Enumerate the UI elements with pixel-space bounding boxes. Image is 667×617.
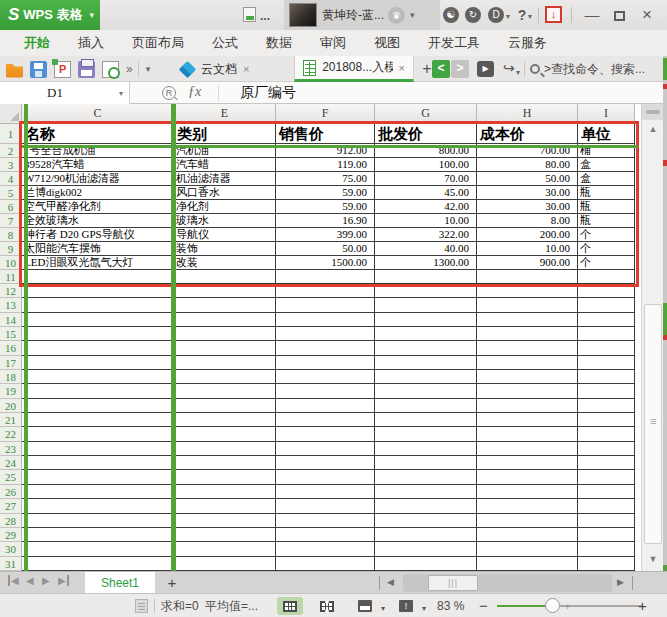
cell-C6[interactable]: 空气甲醛净化剂 [22,200,174,214]
cell-F11[interactable] [276,270,375,284]
cell-G31[interactable] [375,557,477,571]
cell-E21[interactable] [174,413,276,427]
account-panel[interactable]: 黄坤玲-蓝... ♛ ▾ [284,0,440,30]
cell-H22[interactable] [477,427,578,441]
cell-C8[interactable]: 神行者 D20 GPS导航仪 [22,228,174,242]
menu-item-视图[interactable]: 视图 [360,30,414,56]
cell-F21[interactable] [276,413,375,427]
row-header-23[interactable]: 23 [0,442,22,456]
cell-F1[interactable]: 销售价 [276,124,375,144]
print-preview-icon[interactable] [102,61,119,78]
normal-view-button[interactable] [277,597,303,615]
cell-I30[interactable] [578,542,635,556]
sync-icon[interactable]: ↻ [465,7,481,23]
row-header-3[interactable]: 3 [0,158,22,172]
column-header-C[interactable]: C [22,104,174,124]
cell-G11[interactable] [375,270,477,284]
cell-I1[interactable]: 单位 [578,124,635,144]
feedback-icon[interactable]: ☯ [443,7,459,23]
cell-G10[interactable]: 1300.00 [375,256,477,270]
cell-E22[interactable] [174,427,276,441]
cell-G4[interactable]: 70.00 [375,172,477,186]
cell-F31[interactable] [276,557,375,571]
cell-C24[interactable] [22,456,174,470]
cell-H21[interactable] [477,413,578,427]
cell-H5[interactable]: 30.00 [477,186,578,200]
cell-I5[interactable]: 瓶 [578,186,635,200]
row-header-17[interactable]: 17 [0,356,22,370]
cell-H28[interactable] [477,514,578,528]
sheet-tab-sheet1[interactable]: Sheet1 [85,572,155,594]
cell-G22[interactable] [375,427,477,441]
cell-F22[interactable] [276,427,375,441]
cell-I22[interactable] [578,427,635,441]
cell-G9[interactable]: 40.00 [375,242,477,256]
cell-F3[interactable]: 119.00 [276,158,375,172]
row-header-31[interactable]: 31 [0,557,22,571]
row-header-28[interactable]: 28 [0,514,22,528]
zoom-out-button[interactable]: − [479,594,488,617]
row-header-26[interactable]: 26 [0,485,22,499]
cell-E29[interactable] [174,528,276,542]
share-icon[interactable]: ↪ [503,60,515,76]
cell-C31[interactable] [22,557,174,571]
help-dropdown-icon[interactable]: ▾ [528,12,532,21]
menu-item-云服务[interactable]: 云服务 [494,30,561,56]
cell-H10[interactable]: 900.00 [477,256,578,270]
row-header-8[interactable]: 8 [0,228,22,242]
cell-E20[interactable] [174,399,276,413]
cell-C9[interactable]: 太阳能汽车摆饰 [22,242,174,256]
cell-G25[interactable] [375,470,477,484]
cell-H3[interactable]: 80.00 [477,158,578,172]
cell-I25[interactable] [578,470,635,484]
cell-H24[interactable] [477,456,578,470]
cell-H30[interactable] [477,542,578,556]
cell-E26[interactable] [174,485,276,499]
cell-E30[interactable] [174,542,276,556]
play-presentation-icon[interactable]: ▶ [477,61,494,77]
row-header-20[interactable]: 20 [0,399,22,413]
first-sheet-icon[interactable]: ◀ [8,575,19,586]
cell-E12[interactable] [174,284,276,298]
row-header-27[interactable]: 27 [0,499,22,513]
row-header-13[interactable]: 13 [0,298,22,312]
cell-E7[interactable]: 玻璃水 [174,214,276,228]
row-header-25[interactable]: 25 [0,470,22,484]
row-header-21[interactable]: 21 [0,413,22,427]
cell-I3[interactable]: 盒 [578,158,635,172]
last-sheet-icon[interactable]: ▶ [58,575,69,586]
cell-G27[interactable] [375,499,477,513]
cell-G26[interactable] [375,485,477,499]
vertical-scroll-thumb[interactable] [644,304,662,544]
cell-I12[interactable] [578,284,635,298]
cell-H12[interactable] [477,284,578,298]
page-break-view-button[interactable] [314,597,340,615]
highlight-dropdown-icon[interactable]: ▾ [422,604,426,613]
cell-G14[interactable] [375,313,477,327]
menu-item-公式[interactable]: 公式 [198,30,252,56]
row-header-11[interactable]: 11 [0,270,22,284]
cell-I4[interactable]: 盒 [578,172,635,186]
app-menu-button[interactable]: S WPS 表格 ▾ [0,0,100,30]
cell-C3[interactable]: 39528汽车蜡 [22,158,174,172]
cell-C28[interactable] [22,514,174,528]
cell-H27[interactable] [477,499,578,513]
column-header-I[interactable]: I [578,104,635,124]
cell-E13[interactable] [174,298,276,312]
cell-H20[interactable] [477,399,578,413]
row-header-10[interactable]: 10 [0,256,22,270]
page-layout-dropdown-icon[interactable]: ▾ [381,604,385,613]
cell-F17[interactable] [276,356,375,370]
cell-E11[interactable] [174,270,276,284]
cell-F27[interactable] [276,499,375,513]
cell-I6[interactable]: 瓶 [578,200,635,214]
cell-C18[interactable] [22,370,174,384]
tab-cloud-docs[interactable]: 云文档 × [172,56,257,82]
cell-E18[interactable] [174,370,276,384]
cell-F24[interactable] [276,456,375,470]
cell-C1[interactable]: 名称 [22,124,174,144]
cell-G5[interactable]: 45.00 [375,186,477,200]
cell-H25[interactable] [477,470,578,484]
column-header-H[interactable]: H [477,104,578,124]
open-folder-icon[interactable] [6,61,23,78]
